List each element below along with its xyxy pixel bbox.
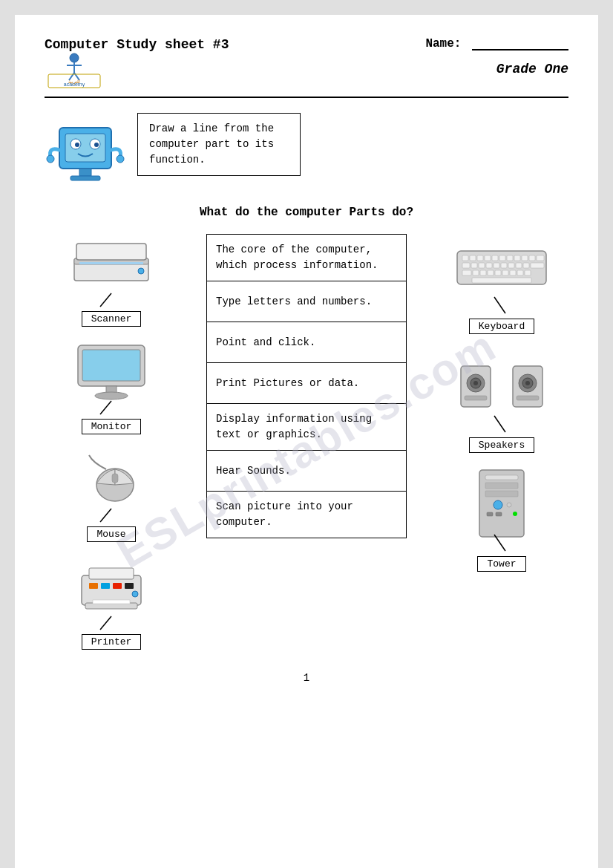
scanner-connector [93,293,130,308]
svg-rect-84 [517,396,539,400]
svg-rect-49 [507,255,513,261]
mouse-label: Mouse [87,526,135,542]
svg-rect-79 [465,396,487,400]
svg-rect-14 [79,169,91,176]
svg-point-17 [117,155,124,163]
mouse-device: Mouse [71,449,152,542]
svg-rect-72 [525,270,531,275]
svg-rect-9 [65,134,105,162]
mouse-image [71,449,152,509]
instruction-area: Draw a line from the computer part to it… [45,113,568,195]
svg-point-78 [473,381,478,385]
logo-icon: academy للتربية [45,52,104,89]
printer-label: Printer [82,634,142,650]
keyboard-label: Keyboard [469,319,534,334]
svg-rect-69 [502,270,508,275]
svg-point-22 [138,268,144,274]
svg-line-95 [494,535,505,551]
svg-point-91 [507,503,511,507]
mascot-icon [45,113,126,195]
svg-rect-89 [485,491,518,497]
svg-rect-68 [495,270,501,275]
svg-point-27 [95,392,128,399]
svg-point-40 [132,591,138,597]
instruction-box: Draw a line from the computer part to it… [137,113,301,176]
svg-rect-21 [79,262,143,264]
svg-point-90 [494,500,502,509]
function-text-6: Hear Sounds. [216,463,291,479]
svg-rect-52 [529,255,535,261]
svg-rect-66 [480,270,486,275]
svg-rect-87 [485,475,518,480]
worksheet-page: ESLprintables.com Computer Study sheet #… [15,15,598,868]
svg-line-41 [100,616,111,630]
svg-rect-92 [487,512,493,516]
svg-rect-38 [113,583,122,589]
right-column: Keyboard [435,234,568,572]
left-column: Scanner [45,234,178,650]
svg-rect-62 [523,263,529,268]
question-title: What do the computer Parts do? [45,206,568,219]
header-right: Name: Grade One [425,37,568,76]
svg-point-83 [525,381,530,385]
function-row-1: The core of the computer, which process … [207,235,406,281]
svg-rect-25 [82,350,140,381]
svg-rect-93 [496,512,502,516]
svg-rect-20 [76,244,146,260]
scanner-image [71,234,152,293]
svg-point-0 [70,53,79,62]
keyboard-connector [479,297,524,316]
svg-point-16 [47,155,54,163]
function-text-2: Type letters and numbers. [216,294,372,310]
speakers-connector [479,416,524,434]
svg-rect-71 [517,270,523,275]
header: Computer Study sheet #3 academy للتربية … [45,37,568,89]
function-row-3: Point and click. [207,322,406,363]
keyboard-image [457,234,546,297]
svg-point-94 [513,512,517,516]
tower-image [457,471,546,535]
tower-device: Tower [457,471,546,572]
function-row-6: Hear Sounds. [207,451,406,492]
svg-rect-33 [89,568,134,579]
scanner-label: Scanner [82,311,142,327]
svg-rect-53 [537,255,544,261]
svg-rect-44 [470,255,476,261]
svg-rect-88 [485,483,518,489]
monitor-connector [93,401,130,416]
page-number: 1 [45,672,568,684]
speakers-label: Speakers [469,437,534,453]
function-text-1: The core of the computer, which process … [216,242,397,273]
matching-container: Scanner [45,234,568,650]
svg-line-85 [494,416,505,432]
function-text-3: Point and click. [216,335,315,350]
function-text-4: Print Pictures or data. [216,376,359,391]
svg-rect-43 [462,255,468,261]
speakers-device: Speakers [457,353,546,453]
tower-label: Tower [477,556,525,572]
svg-rect-67 [488,270,494,275]
function-row-7: Scan picture into your computer. [207,492,406,538]
svg-rect-58 [494,263,499,268]
header-divider [45,97,568,98]
mouse-connector [93,509,130,523]
svg-rect-46 [485,255,491,261]
header-left: Computer Study sheet #3 academy للتربية [45,37,229,89]
worksheet-title: Computer Study sheet #3 [45,37,229,52]
svg-rect-60 [508,263,514,268]
svg-line-23 [100,293,111,307]
function-row-4: Print Pictures or data. [207,363,406,404]
svg-line-74 [494,297,505,313]
svg-rect-36 [89,583,98,589]
tower-connector [479,535,524,553]
svg-rect-48 [499,255,505,261]
svg-point-13 [94,143,99,147]
svg-rect-54 [462,263,470,268]
svg-rect-65 [473,270,479,275]
svg-rect-61 [516,263,522,268]
speakers-image [457,353,546,416]
svg-rect-50 [514,255,520,261]
svg-rect-15 [71,176,100,180]
svg-rect-59 [501,263,507,268]
svg-rect-30 [112,474,118,483]
